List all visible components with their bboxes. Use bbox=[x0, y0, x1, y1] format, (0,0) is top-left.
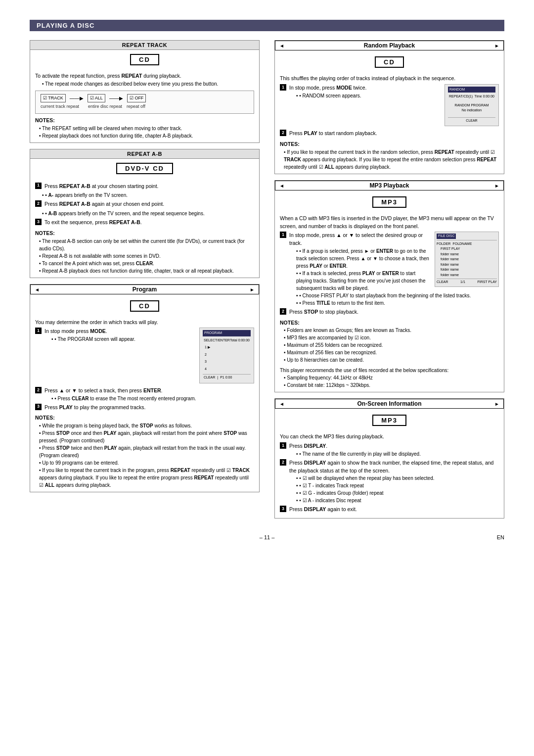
prog-step3-text: Press PLAY to play the programmed tracks… bbox=[44, 404, 254, 412]
repeat-track-badge: CD bbox=[130, 54, 159, 65]
onscreen-step-num-2: 2 bbox=[280, 459, 286, 466]
step-num-3: 3 bbox=[35, 219, 42, 225]
step1-bullet: • A- appears briefly on the TV screen. bbox=[42, 191, 254, 199]
arrow2: ――▶ bbox=[109, 94, 123, 102]
step2-bullet: • A-B appears briefly on the TV screen, … bbox=[42, 210, 254, 217]
mp3-step2: 2 Press STOP to stop playback. bbox=[280, 308, 499, 316]
mp3-note-5: Up to 8 hierarchies can be created. bbox=[284, 356, 499, 364]
random-intro: This shuffles the playing order of track… bbox=[280, 75, 499, 83]
onscreen-step3-text: Press DISPLAY again to exit. bbox=[289, 506, 499, 514]
onscreen-step1-text: Press DISPLAY. • The name of the file cu… bbox=[289, 442, 499, 458]
repeat-ab-section: REPEAT A-B DVD-V CD 1 Press REPEAT A-B a… bbox=[30, 149, 260, 278]
onscreen-bullet-3: • ☑ G - indicates Group (folder) repeat bbox=[296, 489, 499, 497]
repeat-ab-badge: DVD-V CD bbox=[116, 163, 173, 174]
track-flow-diagram: ☑ TRACK ――▶ ☑ ALL ――▶ ☑ OFF current trac… bbox=[35, 91, 254, 114]
on-screen-info-badge: MP3 bbox=[372, 415, 406, 426]
repeat-ab-note-1: The repeat A-B section can only be set w… bbox=[39, 237, 254, 252]
program-notes-list: While the program is being played back, … bbox=[35, 422, 254, 489]
program-title: Program bbox=[133, 286, 157, 293]
sub3: repeat off bbox=[127, 103, 145, 110]
mp3-arrow-left bbox=[279, 182, 284, 189]
mp3-note-2: MP3 files are accompanied by ☑ icon. bbox=[284, 334, 499, 341]
right-column: Random Playback CD This shuffles the pla… bbox=[274, 40, 504, 524]
random-playback-section: Random Playback CD This shuffles the pla… bbox=[274, 40, 504, 174]
random-screen-img: RANDOM REPEAT/CD(1)Time 0:00:00 RANDOM P… bbox=[445, 84, 499, 127]
onscreen-step3: 3 Press DISPLAY again to exit. bbox=[280, 506, 499, 514]
step1-text: Press REPEAT A-B at your chosen starting… bbox=[44, 183, 254, 190]
page-number-row: – 11 – EN bbox=[30, 534, 504, 540]
mp3-spec-2: Constant bit rate: 112kbps ~ 320kbps. bbox=[284, 381, 499, 389]
repeat-ab-step1: 1 Press REPEAT A-B at your chosen starti… bbox=[35, 183, 254, 190]
on-screen-info-header: On-Screen Information bbox=[275, 399, 504, 409]
prog-note-1: While the program is being played back, … bbox=[39, 422, 254, 429]
repeat-track-header: REPEAT TRACK bbox=[30, 41, 259, 50]
program-intro: You may determine the order in which tra… bbox=[35, 319, 254, 327]
program-badge: CD bbox=[130, 300, 159, 312]
random-playback-title: Random Playback bbox=[364, 42, 415, 49]
arrow1: ――▶ bbox=[70, 94, 84, 102]
random-playback-badge: CD bbox=[375, 56, 404, 68]
mp3-screen-img: FILE DISC FOLDERFOLDNAME FIRST PLAY fold… bbox=[435, 232, 499, 287]
prog-step1-bullet: • The PROGRAM screen will appear. bbox=[51, 336, 135, 342]
step3-text: To exit the sequence, press REPEAT A-B. bbox=[44, 219, 254, 227]
left-column: REPEAT TRACK CD To activate the repeat f… bbox=[30, 40, 260, 524]
step-num-2: 2 bbox=[35, 200, 42, 207]
mp3-notes-list: Folders are known as Groups; files are k… bbox=[280, 327, 499, 364]
onscreen-arrow-left bbox=[279, 400, 284, 407]
program-section: Program CD You may determine the order i… bbox=[30, 284, 260, 493]
mp3-playback-title: MP3 Playback bbox=[369, 182, 409, 189]
onscreen-arrow-right bbox=[494, 400, 499, 407]
on-screen-info-content: You can check the MP3 files during playb… bbox=[275, 430, 504, 518]
page-header: PLAYING A DISC bbox=[30, 20, 504, 31]
repeat-track-note-2: Repeat playback does not function during… bbox=[39, 132, 254, 140]
onscreen-step-num-1: 1 bbox=[280, 442, 286, 449]
repeat-track-note-1: The REPEAT setting will be cleared when … bbox=[39, 125, 254, 132]
mp3-spec-1: Sampling frequency: 44.1kHz or 48kHz bbox=[284, 374, 499, 381]
random-notes-label: NOTES: bbox=[280, 141, 499, 148]
onscreen-step1-bullet: • The name of the file currently in play… bbox=[296, 450, 499, 458]
repeat-track-section: REPEAT TRACK CD To activate the repeat f… bbox=[30, 40, 260, 143]
prog-step-num-1: 1 bbox=[35, 328, 42, 334]
prog-note-5: If you like to repeat the current track … bbox=[39, 467, 254, 489]
random-note-1: If you like to repeat the current track … bbox=[284, 148, 499, 171]
program-step3: 3 Press PLAY to play the programmed trac… bbox=[35, 404, 254, 412]
program-arrow-left bbox=[35, 286, 40, 293]
mp3-playback-section: MP3 Playback MP3 When a CD with MP3 file… bbox=[274, 180, 504, 393]
repeat-ab-header: REPEAT A-B bbox=[30, 149, 259, 159]
repeat-ab-content: 1 Press REPEAT A-B at your chosen starti… bbox=[30, 178, 259, 278]
mp3-spec-intro: This player recommends the use of files … bbox=[280, 367, 499, 374]
prog-note-4: Up to 99 programs can be entered. bbox=[39, 459, 254, 467]
prog-note-3: Press STOP twice and then PLAY again, pl… bbox=[39, 444, 254, 459]
rand-step-num-2: 2 bbox=[280, 130, 286, 136]
mp3-playback-content: When a CD with MP3 files is inserted in … bbox=[275, 212, 504, 392]
mp3-bullet-3: • Choose FIRST PLAY to start playback fr… bbox=[296, 292, 499, 299]
mp3-bullet-4: • Press TITLE to return to the first ite… bbox=[296, 299, 499, 307]
rand-step2-text: Press PLAY to start random playback. bbox=[289, 130, 499, 138]
sub1: current track repeat bbox=[41, 103, 79, 110]
onscreen-step1: 1 Press DISPLAY. • The name of the file … bbox=[280, 442, 499, 458]
mp3-note-4: Maximum of 256 files can be recognized. bbox=[284, 349, 499, 356]
mp3-note-1: Folders are known as Groups; files are k… bbox=[284, 327, 499, 334]
program-step1: 1 PROGRAM SELECT/ENTERTotal 0:00:00 1 ▶ … bbox=[35, 328, 254, 385]
prog-note-2: Press STOP once and then PLAY again, pla… bbox=[39, 429, 254, 444]
program-screen-img: PROGRAM SELECT/ENTERTotal 0:00:00 1 ▶ 2 … bbox=[199, 328, 254, 383]
random-playback-content: This shuffles the playing order of track… bbox=[275, 72, 504, 174]
track-icon: ☑ TRACK bbox=[41, 94, 66, 103]
repeat-ab-step3: 3 To exit the sequence, press REPEAT A-B… bbox=[35, 219, 254, 227]
mp3-notes-label: NOTES: bbox=[280, 319, 499, 327]
repeat-ab-notes-label: NOTES: bbox=[35, 230, 254, 237]
two-column-layout: REPEAT TRACK CD To activate the repeat f… bbox=[30, 40, 504, 524]
random-step1: 1 RANDOM REPEAT/CD(1)Time 0:00:00 RANDOM… bbox=[280, 84, 499, 129]
random-screen: RANDOM REPEAT/CD(1)Time 0:00:00 RANDOM P… bbox=[445, 84, 499, 127]
onscreen-step2: 2 Press DISPLAY again to show the track … bbox=[280, 459, 499, 505]
mp3-step2-text: Press STOP to stop playback. bbox=[289, 308, 499, 316]
repeat-ab-note-3: To cancel the A point which was set, pre… bbox=[39, 260, 254, 267]
program-step2: 2 Press ▲ or ▼ to select a track, then p… bbox=[35, 387, 254, 402]
mp3-playback-header: MP3 Playback bbox=[275, 181, 504, 190]
program-header: Program bbox=[30, 284, 259, 294]
random-notes-list: If you like to repeat the current track … bbox=[280, 148, 499, 171]
repeat-track-content: To activate the repeat function, press R… bbox=[30, 69, 259, 142]
program-arrow-right bbox=[250, 286, 255, 293]
onscreen-bullet-1: • ☑ will be displayed when the repeat pl… bbox=[296, 474, 499, 482]
prog-step-num-2: 2 bbox=[35, 387, 42, 393]
